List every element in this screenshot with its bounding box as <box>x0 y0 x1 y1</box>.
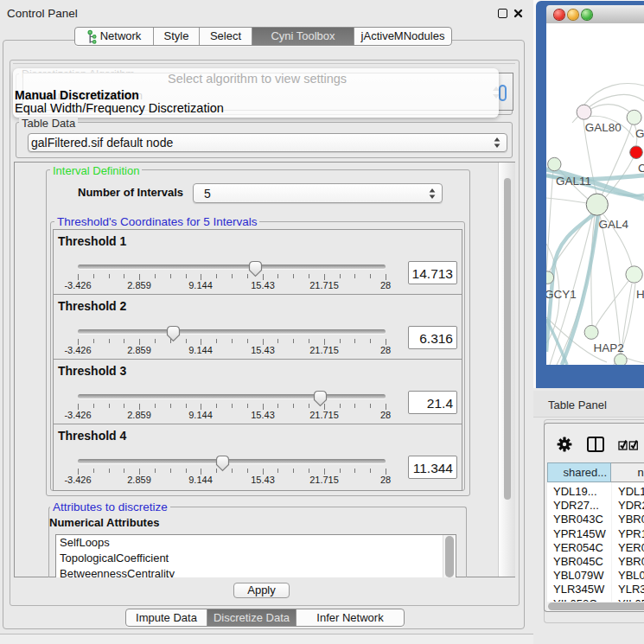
svg-text:GCY1: GCY1 <box>546 288 577 301</box>
svg-text:GAL11: GAL11 <box>556 175 591 188</box>
svg-text:GAL4: GAL4 <box>599 218 629 231</box>
svg-text:GA: GA <box>635 127 644 140</box>
svg-text:C: C <box>638 162 644 175</box>
svg-text:GAL80: GAL80 <box>585 121 622 134</box>
svg-text:H: H <box>636 288 644 301</box>
svg-text:HAP2: HAP2 <box>594 341 624 354</box>
